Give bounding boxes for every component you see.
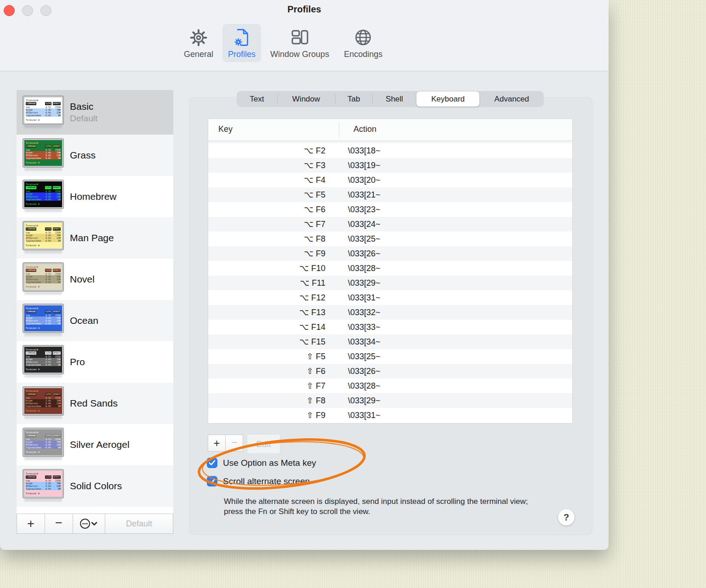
tab-bar: TextWindowTabShellKeyboardAdvanced bbox=[237, 91, 544, 107]
mini-terminal-prompt: Terminal # bbox=[26, 244, 61, 247]
column-header-key: Key bbox=[218, 124, 233, 134]
mini-terminal-preview: Terminal# COMMAND %CPU RPRVT top4.1%231K… bbox=[24, 347, 62, 373]
toolbar-item-label: Profiles bbox=[228, 50, 256, 59]
table-row[interactable]: ⌥ F2 \033[18~ bbox=[208, 143, 572, 158]
mini-terminal-preview: Terminal# COMMAND %CPU RPRVT top4.1%231K… bbox=[24, 430, 62, 455]
table-body: ⌥ F2 \033[18~ ⌥ F3 \033[19~ ⌥ F4 \033[20… bbox=[208, 141, 572, 423]
table-row[interactable]: ⌥ F12 \033[31~ bbox=[208, 290, 572, 305]
table-row[interactable]: ⌥ F8 \033[25~ bbox=[208, 232, 572, 246]
table-row[interactable]: ⌥ F3 \033[19~ bbox=[208, 158, 572, 173]
mini-terminal-preview: Terminal# COMMAND %CPU RPRVT top4.1%231K… bbox=[24, 140, 62, 166]
key-cell: ⌥ F3 bbox=[208, 158, 339, 173]
action-cell: \033[32~ bbox=[339, 305, 381, 320]
tab-advanced[interactable]: Advanced bbox=[479, 91, 544, 107]
profile-list-item-solid-colors[interactable]: Terminal# COMMAND %CPU RPRVT top4.1%231K… bbox=[17, 465, 173, 507]
profile-list-item-novel[interactable]: Terminal# COMMAND %CPU RPRVT top4.1%231K… bbox=[17, 259, 173, 300]
table-row[interactable]: ⌥ F15 \033[34~ bbox=[208, 334, 572, 349]
tab-window[interactable]: Window bbox=[277, 91, 336, 107]
set-default-button[interactable]: Default bbox=[105, 514, 173, 533]
table-row[interactable]: ⌥ F5 \033[21~ bbox=[208, 187, 572, 202]
mini-terminal-preview: Terminal# COMMAND %CPU RPRVT top4.1%231K… bbox=[24, 471, 62, 497]
profile-list-item-pro[interactable]: Terminal# COMMAND %CPU RPRVT top4.1%231K… bbox=[17, 341, 173, 383]
key-cell: ⌥ F13 bbox=[208, 305, 339, 320]
table-row[interactable]: ⌥ F9 \033[26~ bbox=[208, 246, 572, 261]
profile-thumbnail: Terminal# COMMAND %CPU RPRVT top4.1%231K… bbox=[23, 345, 63, 379]
use-option-as-meta-checkbox[interactable] bbox=[207, 458, 217, 468]
action-cell: \033[31~ bbox=[339, 290, 381, 305]
action-cell: \033[21~ bbox=[339, 187, 381, 202]
tab-keyboard[interactable]: Keyboard bbox=[416, 91, 480, 107]
key-cell: ⌥ F12 bbox=[208, 290, 339, 305]
tab-tab[interactable]: Tab bbox=[335, 91, 372, 107]
action-cell: \033[28~ bbox=[339, 261, 381, 276]
action-cell: \033[29~ bbox=[339, 393, 381, 408]
mini-terminal-prompt: Terminal # bbox=[26, 203, 61, 206]
toolbar-item-window-groups[interactable]: Window Groups bbox=[265, 24, 335, 62]
terminal-preferences-window: Profiles General bbox=[0, 0, 609, 550]
action-cell: \033[19~ bbox=[339, 158, 381, 173]
remove-profile-button[interactable]: − bbox=[45, 514, 73, 533]
profile-list-item-basic[interactable]: Terminal# COMMAND %CPU RPRVT top4.1%231K… bbox=[17, 90, 173, 135]
table-row[interactable]: ⌥ F6 \033[23~ bbox=[208, 202, 572, 217]
toolbar-item-label: General bbox=[184, 50, 213, 59]
mini-terminal-title: Terminal# bbox=[26, 348, 61, 351]
action-cell: \033[28~ bbox=[339, 379, 381, 393]
sidebar-footer: + − Default bbox=[17, 514, 173, 534]
thumbnail-reflection bbox=[24, 458, 62, 461]
gear-icon bbox=[188, 27, 209, 48]
profile-list-item-silver-aerogel[interactable]: Terminal# COMMAND %CPU RPRVT top4.1%231K… bbox=[17, 424, 173, 465]
scroll-alternate-screen-checkbox[interactable] bbox=[207, 476, 217, 486]
table-row[interactable]: ⇧ F7 \033[28~ bbox=[208, 379, 572, 393]
profile-list-item-ocean[interactable]: Terminal# COMMAND %CPU RPRVT top4.1%231K… bbox=[17, 300, 173, 341]
toolbar-item-general[interactable]: General bbox=[178, 24, 219, 62]
mini-terminal-preview: Terminal# COMMAND %CPU RPRVT top4.1%231K… bbox=[24, 97, 62, 123]
mini-terminal-preview: Terminal# COMMAND %CPU RPRVT top4.1%231K… bbox=[24, 223, 62, 249]
mini-terminal-prompt: Terminal # bbox=[26, 285, 61, 288]
tab-text[interactable]: Text bbox=[237, 91, 277, 107]
column-header-action: Action bbox=[353, 124, 376, 134]
table-row[interactable]: ⌥ F13 \033[32~ bbox=[208, 305, 572, 320]
table-row[interactable]: ⌥ F11 \033[29~ bbox=[208, 276, 572, 290]
mini-terminal-title: Terminal# bbox=[26, 141, 61, 145]
thumbnail-reflection bbox=[24, 125, 62, 129]
table-row[interactable]: ⇧ F5 \033[25~ bbox=[208, 349, 572, 364]
action-cell: \033[20~ bbox=[339, 173, 381, 187]
toolbar-item-profiles[interactable]: Profiles bbox=[222, 24, 261, 62]
table-row[interactable]: ⌥ F14 \033[33~ bbox=[208, 320, 572, 334]
mini-terminal-title: Terminal# bbox=[26, 266, 61, 269]
table-row[interactable]: ⌥ F7 \033[24~ bbox=[208, 217, 572, 232]
tab-label: Shell bbox=[386, 95, 403, 104]
key-cell: ⌥ F4 bbox=[208, 173, 339, 187]
mini-terminal-prompt: Terminal # bbox=[26, 409, 61, 413]
table-row[interactable]: ⇧ F6 \033[26~ bbox=[208, 364, 572, 379]
checkbox-label[interactable]: Scroll alternate screen bbox=[223, 476, 310, 486]
profile-list-item-grass[interactable]: Terminal# COMMAND %CPU RPRVT top4.1%231K… bbox=[17, 135, 173, 176]
profile-name: Homebrew bbox=[70, 191, 117, 202]
remove-key-button[interactable]: − bbox=[226, 435, 243, 451]
profile-name: Silver Aerogel bbox=[70, 439, 130, 450]
thumbnail-reflection bbox=[24, 292, 62, 296]
profile-thumbnail: Terminal# COMMAND %CPU RPRVT top4.1%231K… bbox=[23, 387, 63, 420]
profile-thumbnail: Terminal# COMMAND %CPU RPRVT top4.1%231K… bbox=[23, 139, 63, 172]
table-row[interactable]: ⌥ F10 \033[28~ bbox=[208, 261, 572, 276]
tab-shell[interactable]: Shell bbox=[372, 91, 416, 107]
action-cell: \033[26~ bbox=[339, 364, 381, 379]
checkbox-label[interactable]: Use Option as Meta key bbox=[223, 458, 316, 468]
profile-list-item-red-sands[interactable]: Terminal# COMMAND %CPU RPRVT top4.1%231K… bbox=[17, 383, 173, 424]
column-divider[interactable] bbox=[339, 122, 339, 137]
mini-terminal-prompt: Terminal # bbox=[26, 492, 61, 495]
mini-terminal-preview: Terminal# COMMAND %CPU RPRVT top4.1%231K… bbox=[24, 388, 62, 414]
profile-name: Ocean bbox=[70, 315, 98, 326]
toolbar-item-encodings[interactable]: Encodings bbox=[338, 24, 388, 62]
profile-list-item-man-page[interactable]: Terminal# COMMAND %CPU RPRVT top4.1%231K… bbox=[17, 217, 173, 259]
table-row[interactable]: ⇧ F9 \033[31~ bbox=[208, 408, 572, 423]
profile-list-item-homebrew[interactable]: Terminal# COMMAND %CPU RPRVT top4.1%231K… bbox=[17, 176, 173, 217]
help-button[interactable]: ? bbox=[558, 509, 575, 526]
more-options-button[interactable] bbox=[73, 514, 105, 533]
table-row[interactable]: ⇧ F8 \033[29~ bbox=[208, 393, 572, 408]
add-profile-button[interactable]: + bbox=[17, 514, 45, 533]
profile-thumbnail: Terminal# COMMAND %CPU RPRVT top4.1%231K… bbox=[23, 96, 63, 129]
edit-key-button[interactable]: Edit bbox=[247, 434, 280, 454]
add-key-button[interactable]: + bbox=[208, 435, 226, 451]
table-row[interactable]: ⌥ F4 \033[20~ bbox=[208, 173, 572, 187]
